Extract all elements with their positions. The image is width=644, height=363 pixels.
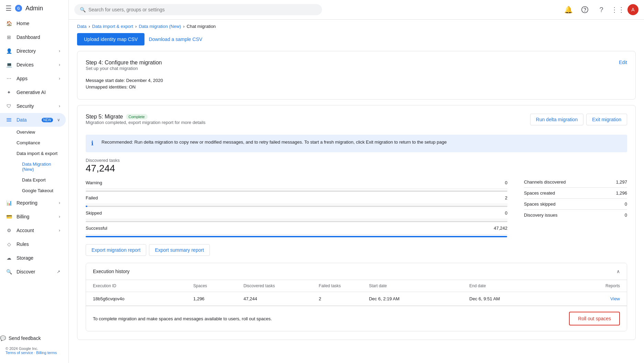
discovered-tasks-value: 47,244 (86, 163, 627, 174)
col-header-spaces: Spaces (193, 283, 244, 288)
sidebar-item-label: Data (17, 117, 37, 123)
sidebar-item-label: Billing (17, 214, 55, 219)
sidebar-item-reporting[interactable]: 📊 Reporting › (0, 196, 66, 210)
sidebar-item-storage[interactable]: ☁ Storage (0, 251, 66, 265)
notifications-icon[interactable]: 🔔 (561, 3, 575, 17)
breadcrumb-data-import[interactable]: Data import & export (92, 24, 133, 29)
col-header-discovered: Discovered tasks (244, 283, 319, 288)
sidebar-item-label: Rules (17, 241, 60, 247)
app-title: Admin (25, 5, 43, 12)
sidebar-item-label: Account (17, 228, 55, 233)
send-feedback-button[interactable]: 💬 Send feedback (0, 333, 68, 344)
breadcrumb-data[interactable]: Data (77, 24, 86, 29)
sidebar-subitem-data-import-export[interactable]: Data import & export (0, 148, 66, 159)
discovered-tasks: Discovered tasks 47,244 (86, 158, 627, 174)
sidebar-item-generative-ai[interactable]: ✦ Generative AI (0, 85, 66, 99)
sidebar-item-directory[interactable]: 👤 Directory › (0, 44, 66, 58)
account-icon: ⚙ (6, 227, 12, 234)
discover-icon: 🔍 (6, 268, 12, 275)
sidebar-subitem-data-migration-new[interactable]: Data Migration (New) (0, 159, 66, 175)
sidebar-item-label: Generative AI (17, 90, 60, 95)
stat-row-successful: Successful 47,242 (86, 222, 507, 235)
content-area: Data › Data import & export › Data migra… (69, 20, 644, 363)
send-feedback-label: Send feedback (9, 335, 41, 341)
apps-grid-icon[interactable]: ⋮⋮ (611, 3, 625, 17)
start-date-value: Dec 6, 2:19 AM (369, 296, 469, 301)
sidebar: ☰ G Admin 🏠 Home ⊞ Dashboard 👤 Directory… (0, 0, 69, 363)
breadcrumb-data-migration[interactable]: Data migration (New) (139, 24, 181, 29)
rules-icon: ◇ (6, 241, 12, 248)
export-buttons: Export migration report Export summary r… (86, 244, 627, 256)
sidebar-item-apps[interactable]: ⋯ Apps › (0, 72, 66, 85)
home-icon: 🏠 (6, 20, 12, 27)
sidebar-subitem-google-takeout[interactable]: Google Takeout (0, 185, 66, 196)
page-content: Upload identity map CSV Download a sampl… (69, 33, 644, 354)
exec-id-value: 18b5g6cvqov4o (93, 296, 193, 301)
new-badge: NEW (42, 118, 53, 122)
run-delta-migration-button[interactable]: Run delta migration (530, 114, 583, 125)
help-icon[interactable]: ? (594, 3, 608, 17)
sidebar-item-devices[interactable]: 💻 Devices › (0, 58, 66, 72)
hamburger-icon[interactable]: ☰ (6, 4, 12, 12)
rollout-footer-text: To complete migration and make spaces an… (93, 316, 272, 321)
complete-badge: Complete (126, 114, 148, 120)
sidebar-item-home[interactable]: 🏠 Home (0, 17, 66, 30)
devices-icon: 💻 (6, 61, 12, 68)
chevron-icon: › (59, 62, 60, 67)
sidebar-item-data[interactable]: Data NEW ∨ (0, 113, 66, 127)
sidebar-item-label: Dashboard (17, 34, 60, 40)
apps-icon: ⋯ (6, 75, 12, 82)
terms-link[interactable]: Terms of service (6, 351, 33, 355)
sidebar-item-dashboard[interactable]: ⊞ Dashboard (0, 30, 66, 44)
col-header-end: End date (469, 283, 570, 288)
step4-header: Step 4: Configure the migration Set up y… (86, 60, 627, 75)
sidebar-subitem-compliance[interactable]: Compliance (0, 137, 66, 148)
execution-history: Execution history ∧ Execution ID Spaces … (86, 263, 627, 331)
sidebar-subitem-overview[interactable]: Overview (0, 127, 66, 137)
breadcrumb: Data › Data import & export › Data migra… (69, 20, 644, 33)
info-box: ℹ Recommended: Run delta migration to co… (86, 135, 627, 152)
avatar[interactable]: A (627, 4, 638, 15)
search-input[interactable] (88, 7, 316, 12)
chevron-icon: › (59, 76, 60, 81)
collapse-icon: ∧ (616, 269, 620, 274)
sidebar-item-account[interactable]: ⚙ Account › (0, 224, 66, 237)
upload-csv-button[interactable]: Upload identity map CSV (77, 33, 144, 45)
billing-terms-link[interactable]: Billing terms (36, 351, 57, 355)
col-header-exec-id: Execution ID (93, 283, 193, 288)
sidebar-item-rules[interactable]: ◇ Rules (0, 237, 66, 251)
step5-section: Step 5: Migrate Complete Migration compl… (77, 105, 636, 340)
support-icon[interactable] (578, 3, 592, 17)
reports-view-link[interactable]: View (570, 296, 620, 301)
exit-migration-button[interactable]: Exit migration (586, 114, 627, 125)
chevron-icon: › (59, 104, 60, 108)
sidebar-item-label: Reporting (17, 200, 55, 206)
discovered-value: 47,244 (244, 296, 319, 301)
sidebar-item-label: Directory (17, 48, 55, 54)
directory-icon: 👤 (6, 48, 12, 54)
search-bar[interactable]: 🔍 (74, 4, 322, 15)
execution-history-header[interactable]: Execution history ∧ (86, 263, 627, 280)
step4-title: Step 4: Configure the migration (86, 60, 162, 66)
chevron-down-icon: ∨ (57, 117, 60, 122)
step4-edit-link[interactable]: Edit (619, 60, 627, 65)
sidebar-item-discover[interactable]: 🔍 Discover ↗ (0, 265, 66, 279)
col-header-start: Start date (369, 283, 469, 288)
stats-left: Warning 0 Failed 2 Skipped (86, 177, 507, 237)
sidebar-subitem-data-export[interactable]: Data Export (0, 175, 66, 185)
sidebar-item-label: Storage (17, 255, 60, 261)
storage-icon: ☁ (6, 255, 12, 261)
chevron-icon: › (59, 228, 60, 233)
info-icon: ℹ (91, 139, 98, 148)
sidebar-item-label: Apps (17, 76, 55, 81)
sidebar-item-security[interactable]: 🛡 Security › (0, 99, 66, 113)
roll-out-spaces-button[interactable]: Roll out spaces (569, 312, 620, 325)
svg-text:G: G (17, 7, 20, 10)
export-summary-report-button[interactable]: Export summary report (149, 244, 210, 256)
export-migration-report-button[interactable]: Export migration report (86, 244, 146, 256)
spaces-value: 1,296 (193, 296, 244, 301)
sidebar-item-billing[interactable]: 💳 Billing › (0, 210, 66, 224)
step5-header: Step 5: Migrate Complete Migration compl… (86, 114, 627, 129)
right-stat-discovery-issues: Discovery issues 0 (524, 210, 627, 220)
download-csv-link[interactable]: Download a sample CSV (149, 33, 202, 45)
